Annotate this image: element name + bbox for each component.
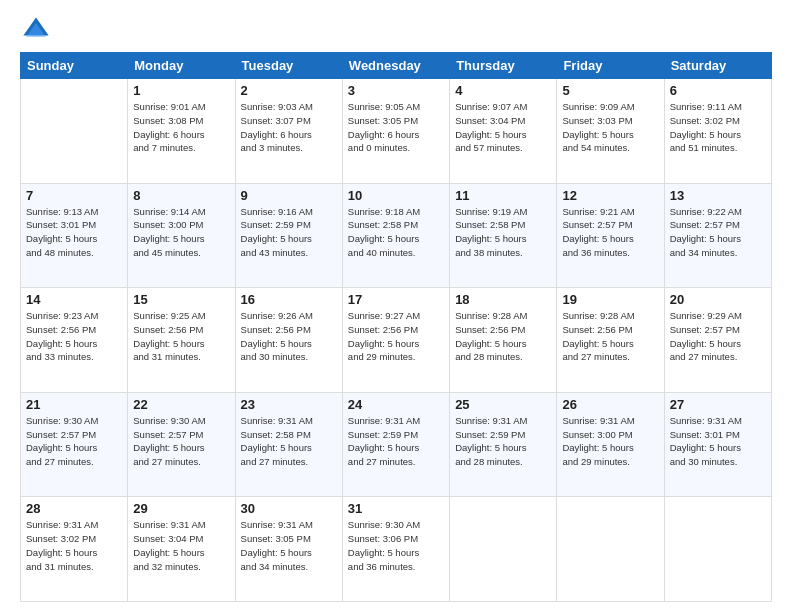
calendar-cell: 29Sunrise: 9:31 AMSunset: 3:04 PMDayligh… (128, 497, 235, 602)
calendar-cell: 23Sunrise: 9:31 AMSunset: 2:58 PMDayligh… (235, 392, 342, 497)
day-number: 7 (26, 188, 122, 203)
day-number: 25 (455, 397, 551, 412)
day-number: 8 (133, 188, 229, 203)
day-number: 19 (562, 292, 658, 307)
day-info: Sunrise: 9:30 AMSunset: 2:57 PMDaylight:… (26, 414, 122, 469)
day-info: Sunrise: 9:25 AMSunset: 2:56 PMDaylight:… (133, 309, 229, 364)
calendar-cell: 14Sunrise: 9:23 AMSunset: 2:56 PMDayligh… (21, 288, 128, 393)
calendar-header-wednesday: Wednesday (342, 53, 449, 79)
calendar-header-saturday: Saturday (664, 53, 771, 79)
calendar-cell: 11Sunrise: 9:19 AMSunset: 2:58 PMDayligh… (450, 183, 557, 288)
day-number: 27 (670, 397, 766, 412)
day-info: Sunrise: 9:18 AMSunset: 2:58 PMDaylight:… (348, 205, 444, 260)
day-number: 6 (670, 83, 766, 98)
calendar-cell: 7Sunrise: 9:13 AMSunset: 3:01 PMDaylight… (21, 183, 128, 288)
calendar-cell (21, 79, 128, 184)
calendar-week-1: 7Sunrise: 9:13 AMSunset: 3:01 PMDaylight… (21, 183, 772, 288)
day-number: 12 (562, 188, 658, 203)
day-number: 21 (26, 397, 122, 412)
day-number: 10 (348, 188, 444, 203)
day-info: Sunrise: 9:29 AMSunset: 2:57 PMDaylight:… (670, 309, 766, 364)
calendar-cell: 28Sunrise: 9:31 AMSunset: 3:02 PMDayligh… (21, 497, 128, 602)
logo-icon (22, 16, 50, 44)
day-info: Sunrise: 9:11 AMSunset: 3:02 PMDaylight:… (670, 100, 766, 155)
day-info: Sunrise: 9:28 AMSunset: 2:56 PMDaylight:… (455, 309, 551, 364)
day-number: 13 (670, 188, 766, 203)
day-number: 9 (241, 188, 337, 203)
day-number: 31 (348, 501, 444, 516)
calendar-cell (664, 497, 771, 602)
day-info: Sunrise: 9:31 AMSunset: 2:59 PMDaylight:… (348, 414, 444, 469)
calendar-cell: 10Sunrise: 9:18 AMSunset: 2:58 PMDayligh… (342, 183, 449, 288)
calendar-week-3: 21Sunrise: 9:30 AMSunset: 2:57 PMDayligh… (21, 392, 772, 497)
day-info: Sunrise: 9:31 AMSunset: 2:59 PMDaylight:… (455, 414, 551, 469)
day-info: Sunrise: 9:31 AMSunset: 3:01 PMDaylight:… (670, 414, 766, 469)
day-info: Sunrise: 9:07 AMSunset: 3:04 PMDaylight:… (455, 100, 551, 155)
calendar-cell: 16Sunrise: 9:26 AMSunset: 2:56 PMDayligh… (235, 288, 342, 393)
calendar-cell: 6Sunrise: 9:11 AMSunset: 3:02 PMDaylight… (664, 79, 771, 184)
calendar-cell: 17Sunrise: 9:27 AMSunset: 2:56 PMDayligh… (342, 288, 449, 393)
calendar-cell (450, 497, 557, 602)
day-info: Sunrise: 9:16 AMSunset: 2:59 PMDaylight:… (241, 205, 337, 260)
calendar-cell: 30Sunrise: 9:31 AMSunset: 3:05 PMDayligh… (235, 497, 342, 602)
day-info: Sunrise: 9:03 AMSunset: 3:07 PMDaylight:… (241, 100, 337, 155)
calendar-cell: 5Sunrise: 9:09 AMSunset: 3:03 PMDaylight… (557, 79, 664, 184)
day-info: Sunrise: 9:31 AMSunset: 3:02 PMDaylight:… (26, 518, 122, 573)
day-info: Sunrise: 9:01 AMSunset: 3:08 PMDaylight:… (133, 100, 229, 155)
day-number: 3 (348, 83, 444, 98)
calendar-cell: 15Sunrise: 9:25 AMSunset: 2:56 PMDayligh… (128, 288, 235, 393)
calendar-header-friday: Friday (557, 53, 664, 79)
calendar-cell: 20Sunrise: 9:29 AMSunset: 2:57 PMDayligh… (664, 288, 771, 393)
day-number: 5 (562, 83, 658, 98)
day-number: 14 (26, 292, 122, 307)
calendar-header-row: SundayMondayTuesdayWednesdayThursdayFrid… (21, 53, 772, 79)
day-number: 23 (241, 397, 337, 412)
calendar-cell: 9Sunrise: 9:16 AMSunset: 2:59 PMDaylight… (235, 183, 342, 288)
day-number: 22 (133, 397, 229, 412)
calendar-header-tuesday: Tuesday (235, 53, 342, 79)
calendar-cell: 1Sunrise: 9:01 AMSunset: 3:08 PMDaylight… (128, 79, 235, 184)
calendar-week-2: 14Sunrise: 9:23 AMSunset: 2:56 PMDayligh… (21, 288, 772, 393)
calendar-cell: 19Sunrise: 9:28 AMSunset: 2:56 PMDayligh… (557, 288, 664, 393)
day-info: Sunrise: 9:30 AMSunset: 2:57 PMDaylight:… (133, 414, 229, 469)
day-info: Sunrise: 9:13 AMSunset: 3:01 PMDaylight:… (26, 205, 122, 260)
day-number: 16 (241, 292, 337, 307)
calendar-cell: 18Sunrise: 9:28 AMSunset: 2:56 PMDayligh… (450, 288, 557, 393)
day-info: Sunrise: 9:19 AMSunset: 2:58 PMDaylight:… (455, 205, 551, 260)
calendar-cell: 13Sunrise: 9:22 AMSunset: 2:57 PMDayligh… (664, 183, 771, 288)
calendar-cell: 27Sunrise: 9:31 AMSunset: 3:01 PMDayligh… (664, 392, 771, 497)
day-number: 18 (455, 292, 551, 307)
day-number: 24 (348, 397, 444, 412)
calendar-cell: 25Sunrise: 9:31 AMSunset: 2:59 PMDayligh… (450, 392, 557, 497)
day-info: Sunrise: 9:31 AMSunset: 2:58 PMDaylight:… (241, 414, 337, 469)
day-number: 28 (26, 501, 122, 516)
day-info: Sunrise: 9:21 AMSunset: 2:57 PMDaylight:… (562, 205, 658, 260)
calendar-header-sunday: Sunday (21, 53, 128, 79)
day-info: Sunrise: 9:14 AMSunset: 3:00 PMDaylight:… (133, 205, 229, 260)
calendar-cell (557, 497, 664, 602)
day-number: 17 (348, 292, 444, 307)
day-number: 11 (455, 188, 551, 203)
day-info: Sunrise: 9:31 AMSunset: 3:05 PMDaylight:… (241, 518, 337, 573)
day-number: 29 (133, 501, 229, 516)
header (20, 16, 772, 44)
day-info: Sunrise: 9:09 AMSunset: 3:03 PMDaylight:… (562, 100, 658, 155)
day-info: Sunrise: 9:31 AMSunset: 3:04 PMDaylight:… (133, 518, 229, 573)
page: SundayMondayTuesdayWednesdayThursdayFrid… (0, 0, 792, 612)
day-info: Sunrise: 9:30 AMSunset: 3:06 PMDaylight:… (348, 518, 444, 573)
day-info: Sunrise: 9:27 AMSunset: 2:56 PMDaylight:… (348, 309, 444, 364)
day-number: 30 (241, 501, 337, 516)
day-number: 26 (562, 397, 658, 412)
calendar-cell: 26Sunrise: 9:31 AMSunset: 3:00 PMDayligh… (557, 392, 664, 497)
calendar-cell: 22Sunrise: 9:30 AMSunset: 2:57 PMDayligh… (128, 392, 235, 497)
calendar-cell: 31Sunrise: 9:30 AMSunset: 3:06 PMDayligh… (342, 497, 449, 602)
day-number: 15 (133, 292, 229, 307)
calendar-cell: 8Sunrise: 9:14 AMSunset: 3:00 PMDaylight… (128, 183, 235, 288)
calendar-header-monday: Monday (128, 53, 235, 79)
day-info: Sunrise: 9:26 AMSunset: 2:56 PMDaylight:… (241, 309, 337, 364)
calendar-week-4: 28Sunrise: 9:31 AMSunset: 3:02 PMDayligh… (21, 497, 772, 602)
day-number: 4 (455, 83, 551, 98)
calendar: SundayMondayTuesdayWednesdayThursdayFrid… (20, 52, 772, 602)
day-info: Sunrise: 9:23 AMSunset: 2:56 PMDaylight:… (26, 309, 122, 364)
calendar-cell: 12Sunrise: 9:21 AMSunset: 2:57 PMDayligh… (557, 183, 664, 288)
